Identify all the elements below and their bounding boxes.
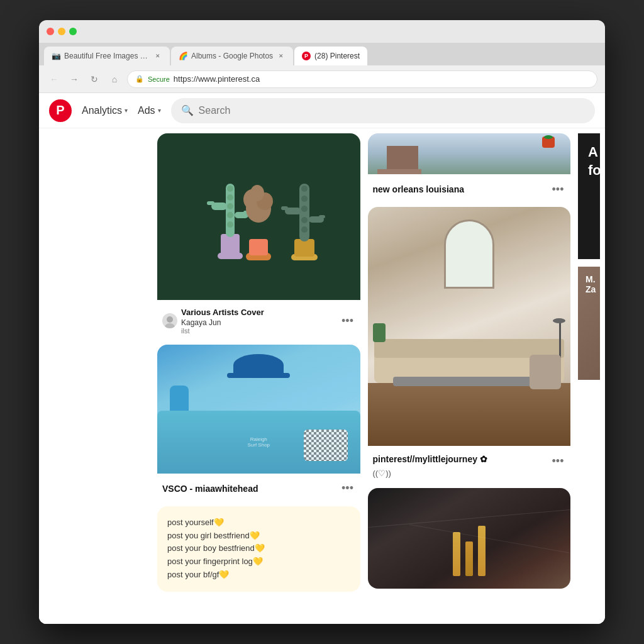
- browser-window: 📷 Beautiful Free Images & Pictur... ✕ 🌈 …: [39, 20, 605, 624]
- tab-label: Albums - Google Photos: [191, 52, 273, 60]
- svg-point-10: [227, 212, 233, 218]
- partial-right-column: Afo M.Za: [578, 133, 600, 624]
- board-more-new-orleans-button[interactable]: •••: [550, 182, 565, 197]
- tab-close-button[interactable]: ✕: [153, 52, 162, 60]
- analytics-chevron-icon: ▾: [125, 107, 128, 114]
- svg-point-31: [165, 323, 175, 328]
- author-tag-kagaya: ilst: [181, 327, 264, 335]
- post-line-3: post your boy bestfriend💛: [167, 542, 350, 555]
- board-meta-interior: pinterest//mylittlejourney ✿ ••• ((♡)): [373, 453, 566, 478]
- pinterest-logo[interactable]: P: [49, 99, 72, 122]
- secure-label: Secure: [148, 75, 170, 83]
- author-avatar-kagaya: [162, 313, 177, 328]
- tab-pinterest[interactable]: P (28) Pinterest: [294, 47, 367, 65]
- pin-title-cacti: Various Artists Cover: [181, 308, 264, 318]
- pin-column-1: Various Artists Cover Kagaya Jun ilst ••…: [157, 133, 360, 624]
- pin-info-vsco: VSCO - miaawhitehead •••: [157, 474, 360, 499]
- svg-rect-1: [221, 234, 240, 256]
- back-button[interactable]: ←: [47, 72, 62, 87]
- pin-card-cacti[interactable]: Various Artists Cover Kagaya Jun ilst ••…: [157, 133, 360, 337]
- svg-rect-13: [249, 239, 268, 255]
- svg-point-9: [227, 203, 233, 209]
- url-text: https://www.pinterest.ca: [174, 74, 260, 84]
- ads-label: Ads: [138, 105, 155, 116]
- lock-icon: 🔒: [135, 75, 144, 83]
- pins-area: Various Artists Cover Kagaya Jun ilst ••…: [152, 128, 605, 624]
- tab-label: (28) Pinterest: [314, 52, 360, 60]
- pinterest-navbar: P Analytics ▾ Ads ▾ 🔍 Search: [39, 93, 605, 128]
- svg-point-25: [301, 186, 308, 192]
- svg-point-26: [301, 196, 308, 202]
- analytics-label: Analytics: [82, 105, 122, 116]
- pin-card-post-text[interactable]: post yourself💛 post you girl bestfriend💛…: [157, 506, 360, 592]
- svg-point-27: [301, 206, 308, 212]
- board-title-interior: pinterest//mylittlejourney ✿: [373, 453, 487, 469]
- svg-point-8: [227, 194, 233, 201]
- pin-meta-vsco: VSCO - miaawhitehead •••: [162, 481, 355, 496]
- cacti-illustration: [183, 133, 334, 300]
- secure-badge: Secure: [148, 75, 170, 83]
- svg-rect-20: [299, 184, 309, 242]
- minimize-button[interactable]: [58, 28, 65, 35]
- ads-menu[interactable]: Ads ▾: [138, 105, 161, 116]
- pin-column-2: new orleans louisiana •••: [368, 133, 571, 624]
- post-line-4: post your fingerprint log💛: [167, 555, 350, 569]
- close-button[interactable]: [47, 28, 54, 35]
- tabs-bar: 📷 Beautiful Free Images & Pictur... ✕ 🌈 …: [39, 43, 605, 65]
- search-bar[interactable]: 🔍 Search: [171, 98, 595, 123]
- svg-point-28: [301, 217, 308, 223]
- svg-point-17: [250, 185, 264, 201]
- svg-point-29: [301, 226, 308, 233]
- title-bar: [39, 20, 605, 43]
- board-card-marble[interactable]: [368, 488, 571, 589]
- post-text-content: post yourself💛 post you girl bestfriend💛…: [157, 506, 360, 592]
- partial-card-label: M.Za: [578, 267, 600, 302]
- tab-label: Beautiful Free Images & Pictur...: [64, 52, 150, 60]
- board-title-new-orleans: new orleans louisiana: [373, 184, 465, 195]
- svg-rect-4: [207, 201, 214, 205]
- board-meta-new-orleans: new orleans louisiana •••: [373, 182, 566, 197]
- forward-button[interactable]: →: [67, 72, 82, 87]
- tab-close-button[interactable]: ✕: [277, 52, 286, 60]
- post-line-1: post yourself💛: [167, 516, 350, 530]
- address-bar: ← → ↻ ⌂ 🔒 Secure https://www.pinterest.c…: [39, 65, 605, 93]
- pin-info-cacti: Various Artists Cover Kagaya Jun ilst ••…: [157, 300, 360, 337]
- partial-card-text: Afo: [588, 143, 600, 179]
- board-subtitle-interior: ((♡)): [373, 469, 391, 478]
- pin-author-cacti: Various Artists Cover Kagaya Jun ilst: [162, 308, 264, 335]
- board-info-interior: pinterest//mylittlejourney ✿ ••• ((♡)): [368, 446, 571, 480]
- svg-point-7: [227, 186, 233, 192]
- pinterest-app: P Analytics ▾ Ads ▾ 🔍 Search: [39, 93, 605, 624]
- svg-rect-19: [294, 239, 314, 257]
- url-bar[interactable]: 🔒 Secure https://www.pinterest.ca: [127, 70, 597, 88]
- analytics-menu[interactable]: Analytics ▾: [82, 105, 128, 116]
- home-button[interactable]: ⌂: [107, 72, 122, 87]
- svg-point-11: [227, 221, 233, 228]
- content-area: Various Artists Cover Kagaya Jun ilst ••…: [39, 128, 605, 624]
- ads-chevron-icon: ▾: [158, 107, 161, 114]
- pin-title-vsco: VSCO - miaawhitehead: [162, 483, 258, 494]
- pin-more-vsco-button[interactable]: •••: [340, 481, 355, 496]
- tab-beautiful-images[interactable]: 📷 Beautiful Free Images & Pictur... ✕: [44, 47, 170, 65]
- search-icon: 🔍: [181, 104, 194, 116]
- partial-image-card: M.Za: [578, 267, 600, 380]
- pinterest-icon: P: [302, 52, 311, 60]
- search-placeholder: Search: [199, 105, 231, 116]
- reload-button[interactable]: ↻: [87, 72, 102, 87]
- svg-point-30: [167, 316, 173, 323]
- fullscreen-button[interactable]: [69, 28, 77, 35]
- traffic-lights: [47, 28, 77, 35]
- pin-card-vsco[interactable]: RaleighSurf Shop VSCO - miaawhitehead ••…: [157, 345, 360, 499]
- camera-icon: 📷: [52, 52, 60, 60]
- partial-dark-card: Afo: [578, 133, 600, 259]
- svg-rect-24: [319, 215, 325, 218]
- pin-more-button[interactable]: •••: [340, 313, 355, 328]
- tab-google-photos[interactable]: 🌈 Albums - Google Photos ✕: [171, 47, 293, 65]
- board-card-interior[interactable]: pinterest//mylittlejourney ✿ ••• ((♡)): [368, 207, 571, 480]
- photos-icon: 🌈: [179, 52, 187, 60]
- board-more-interior-button[interactable]: •••: [550, 453, 565, 469]
- svg-rect-22: [281, 206, 288, 210]
- post-line-2: post you girl bestfriend💛: [167, 530, 350, 543]
- board-info-new-orleans: new orleans louisiana •••: [368, 174, 571, 199]
- board-card-new-orleans[interactable]: new orleans louisiana •••: [368, 133, 571, 199]
